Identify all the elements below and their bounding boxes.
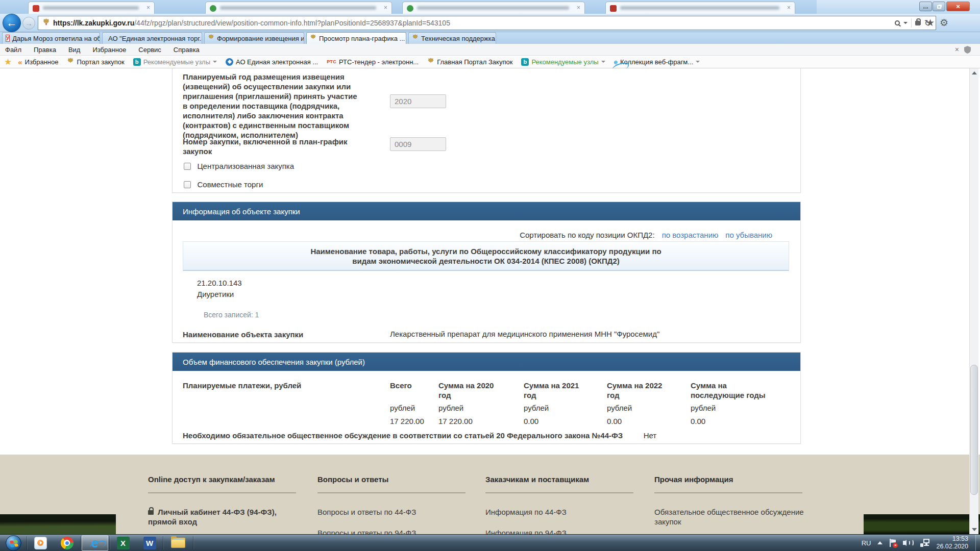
sort-descending-link[interactable]: по убыванию <box>725 231 772 239</box>
background-tab[interactable]: × <box>205 2 392 14</box>
taskbar-excel[interactable]: X <box>110 535 136 551</box>
favorite-suggested-sites-1[interactable]: b Рекомендуемые узлы <box>131 57 219 67</box>
finance-col-total: Всего <box>390 381 433 390</box>
payments-row-label: Планируемые платежи, рублей <box>183 381 301 390</box>
favorite-suggested-sites-2[interactable]: b Рекомендуемые узлы <box>519 57 607 67</box>
amount-cell: 17 220.00 <box>438 417 473 425</box>
discussion-label: Необходимо обязательное общественное обс… <box>183 431 623 440</box>
restore-button[interactable] <box>933 2 945 11</box>
minimize-button[interactable] <box>919 2 932 11</box>
favorites-button[interactable]: « Избранное <box>15 57 61 67</box>
close-button[interactable]: × <box>946 2 970 11</box>
favorite-portal-zakupok[interactable]: Портал закупок <box>64 57 127 67</box>
volume-icon[interactable] <box>903 539 914 546</box>
lock-icon <box>148 510 154 515</box>
taskbar-chrome[interactable] <box>54 535 80 551</box>
language-indicator[interactable]: RU <box>862 539 871 547</box>
purchase-form-panel: Планируемый год размещения извещения (из… <box>172 68 801 193</box>
menu-help[interactable]: Справка <box>174 46 200 54</box>
tray-expand-icon[interactable] <box>877 541 883 544</box>
tab-title: Дарья Мороз ответила на об... <box>12 35 100 42</box>
footer-col1-title: Online доступ к закупкам/заказам <box>148 475 275 484</box>
action-center-flag-icon[interactable]: × <box>889 539 896 547</box>
footer-link-label: Вопросы и ответы по 94-ФЗ <box>317 529 416 534</box>
ie-icon: e <box>614 59 618 65</box>
taskbar-ie-active[interactable]: e <box>82 535 108 551</box>
sort-ascending-link[interactable]: по возрастанию <box>662 231 719 239</box>
favorite-rts-tender[interactable]: РТС РТС-тендер - электронн... <box>324 57 421 67</box>
joint-checkbox[interactable] <box>184 181 191 188</box>
scroll-down-arrow[interactable] <box>971 526 978 533</box>
section-header: Информация об объекте закупки <box>173 202 800 220</box>
favorites-star-gold-icon[interactable]: ★ <box>4 57 12 67</box>
close-icon[interactable]: × <box>787 4 791 11</box>
background-tab[interactable]: × <box>605 2 795 14</box>
footer-link-label: Информация по 94-ФЗ <box>485 529 567 534</box>
menu-edit[interactable]: Правка <box>34 46 56 54</box>
menu-tools[interactable]: Сервис <box>138 46 161 54</box>
favorite-label: Главная Портал Закупок <box>437 58 512 66</box>
browser-toolbar-icons: ⌂ ★ ⚙ <box>915 17 948 29</box>
favorites-star-icon[interactable]: ★ <box>926 17 935 29</box>
url-text[interactable]: https://lk.zakupki.gov.ru/44fz/rpgz/plan… <box>53 19 450 27</box>
chevron-down-icon <box>601 61 605 63</box>
finance-col-2020: Сумма на 2020 год <box>438 381 495 400</box>
footer-link-faq94[interactable]: Вопросы и ответы по 94-ФЗ <box>317 528 416 534</box>
favorite-web-slices[interactable]: e Коллекция веб-фрагм... <box>611 57 703 67</box>
tab-2[interactable]: АО "Единая электронная торг... <box>102 32 202 44</box>
footer-link-faq44[interactable]: Вопросы и ответы по 44-ФЗ <box>317 507 416 517</box>
clock[interactable]: 13:53 26.02.2020 <box>936 535 968 550</box>
home-icon[interactable]: ⌂ <box>915 17 920 29</box>
bing-icon: b <box>521 58 529 66</box>
footer-link-info44[interactable]: Информация по 44-ФЗ <box>485 507 567 517</box>
search-dropdown-icon[interactable] <box>903 22 908 24</box>
favorite-glavnaya-portal[interactable]: Главная Портал Закупок <box>425 57 515 67</box>
footer-link-info94[interactable]: Информация по 94-ФЗ <box>485 528 567 534</box>
background-tab[interactable]: × <box>402 2 585 14</box>
background-tab[interactable]: × <box>28 2 155 14</box>
favorite-label: Коллекция веб-фрагм... <box>620 58 693 66</box>
settings-gear-icon[interactable]: ⚙ <box>940 17 948 29</box>
favorite-eetp[interactable]: АО Единая электронная ... <box>223 57 321 67</box>
taskbar-word[interactable]: W <box>136 535 163 551</box>
tab-title: Просмотр плана-графика ... <box>319 35 405 42</box>
finance-col-2021: Сумма на 2021 год <box>524 381 580 400</box>
start-button[interactable] <box>0 535 27 551</box>
vertical-scrollbar[interactable] <box>969 68 978 534</box>
tab-title: АО "Единая электронная торг... <box>108 35 202 42</box>
close-toolbar-icon[interactable]: × <box>955 45 959 54</box>
close-icon[interactable]: × <box>384 4 387 11</box>
tray-date: 26.02.2020 <box>936 543 968 550</box>
close-icon[interactable]: × <box>146 4 150 11</box>
menu-favorites[interactable]: Избранное <box>92 46 126 54</box>
divider <box>317 492 465 493</box>
tab-5[interactable]: Техническая поддержка <box>408 32 496 44</box>
planned-year-input[interactable] <box>390 94 446 108</box>
object-name-label: Наименование объекта закупки <box>183 330 303 339</box>
scroll-up-arrow[interactable] <box>971 69 978 77</box>
back-button[interactable]: ← <box>3 14 21 32</box>
tab-4-active[interactable]: Просмотр плана-графика ... × <box>306 32 406 44</box>
taskbar-wmp[interactable] <box>27 535 54 551</box>
network-icon[interactable] <box>920 539 929 547</box>
tab-3[interactable]: Формирование извещения и ... <box>204 32 304 44</box>
close-icon[interactable]: × <box>577 4 580 11</box>
menu-file[interactable]: Файл <box>5 46 21 54</box>
favorite-label: Портал закупок <box>77 58 124 66</box>
address-bar[interactable]: https://lk.zakupki.gov.ru/44fz/rpgz/plan… <box>38 16 936 30</box>
show-desktop-button[interactable] <box>975 535 980 551</box>
scrollbar-thumb[interactable] <box>970 365 978 495</box>
search-icon[interactable] <box>895 20 900 26</box>
footer-link-discussion[interactable]: Обязательное общественное обсуждение зак… <box>654 507 810 527</box>
tab-1[interactable]: У Дарья Мороз ответила на об... <box>2 32 100 44</box>
menu-view[interactable]: Вид <box>68 46 81 54</box>
background-tab-icon <box>210 5 216 12</box>
forward-button[interactable]: → <box>22 17 35 30</box>
system-tray: RU × 13:53 26.02.2020 <box>862 535 975 550</box>
unit-cell: рублей <box>524 404 549 412</box>
purchase-number-input[interactable] <box>390 137 446 151</box>
centralized-checkbox[interactable] <box>184 163 191 170</box>
footer-link-lk44[interactable]: Личный кабинет 44-ФЗ (94-ФЗ), прямой вхо… <box>148 507 281 527</box>
taskbar-explorer[interactable] <box>163 535 193 551</box>
yandex-icon: У <box>6 35 10 42</box>
